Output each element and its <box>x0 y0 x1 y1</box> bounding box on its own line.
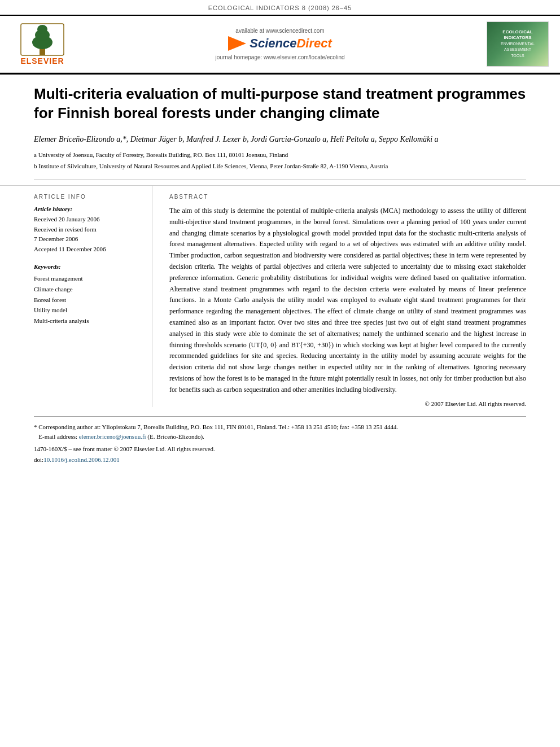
footer-corresponding-text: * Corresponding author at: Yliopistokatu… <box>34 423 398 430</box>
eco-logo-text: ECOLOGICALINDICATORSENVIRONMENTALASSESSM… <box>501 29 535 59</box>
article-info-col: ARTICLE INFO Article history: Received 2… <box>34 186 152 407</box>
elsevier-logo: ELSEVIER <box>11 23 73 65</box>
history-accepted: Accepted 11 December 2006 <box>34 244 141 255</box>
article-title: Multi-criteria evaluation of multi-purpo… <box>34 85 526 123</box>
article-history: Article history: Received 20 January 200… <box>34 206 141 254</box>
footer-doi-label: doi: <box>34 456 43 463</box>
keyword-2: Climate change <box>34 284 141 295</box>
affiliation-a: a University of Joensuu, Faculty of Fore… <box>34 150 526 160</box>
authors-text: Elemer Briceño-Elizondo a,*, Dietmar Jäg… <box>34 135 439 143</box>
available-at-text: available at www.sciencedirect.com <box>79 28 481 34</box>
keyword-3: Boreal forest <box>34 295 141 305</box>
keywords-title: Keywords: <box>34 263 141 270</box>
footer-doi-link[interactable]: 10.1016/j.ecolind.2006.12.001 <box>43 456 120 463</box>
footer-issn: 1470-160X/$ – see front matter © 2007 El… <box>34 444 526 455</box>
authors: Elemer Briceño-Elizondo a,*, Dietmar Jäg… <box>34 133 526 146</box>
footer-doi: doi:10.1016/j.ecolind.2006.12.001 <box>34 455 526 465</box>
section-divider <box>34 179 526 180</box>
history-title: Article history: <box>34 206 141 212</box>
affiliation-b: b Institute of Silviculture, University … <box>34 161 526 171</box>
keyword-4: Utility model <box>34 305 141 316</box>
history-received: Received 20 January 2006 <box>34 215 141 225</box>
history-revised-label: Received in revised form <box>34 225 141 235</box>
journal-title-line: ECOLOGICAL INDICATORS 8 (2008) 26–45 <box>208 5 352 11</box>
abstract-header: ABSTRACT <box>169 194 526 200</box>
keyword-1: Forest management <box>34 273 141 284</box>
header-center: available at www.sciencedirect.com Scien… <box>79 28 481 60</box>
footer-section: * Corresponding author at: Yliopistokatu… <box>34 416 526 477</box>
keywords-section: Keywords: Forest management Climate chan… <box>34 263 141 326</box>
keyword-5: Multi-criteria analysis <box>34 316 141 326</box>
page-container: ECOLOGICAL INDICATORS 8 (2008) 26–45 ELS… <box>0 0 560 477</box>
journal-homepage-text: journal homepage: www.elsevier.com/locat… <box>79 54 481 60</box>
footer-email-link[interactable]: elemer.briceno@joensuu.fi <box>79 433 146 440</box>
abstract-text: The aim of this study is determine the p… <box>169 206 526 396</box>
elsevier-brand-text: ELSEVIER <box>20 56 64 65</box>
header-strip: ELSEVIER available at www.sciencedirect.… <box>0 15 560 73</box>
copyright: © 2007 Elsevier Ltd. All rights reserved… <box>169 400 526 407</box>
history-revised-date: 7 December 2006 <box>34 234 141 244</box>
footer-corresponding: * Corresponding author at: Yliopistokatu… <box>34 422 526 433</box>
sciencedirect-arrow-icon <box>228 36 246 51</box>
article-info-header: ARTICLE INFO <box>34 194 141 200</box>
footer-email-label: E-mail address: <box>38 433 77 440</box>
journal-header: ECOLOGICAL INDICATORS 8 (2008) 26–45 <box>0 0 560 15</box>
svg-marker-5 <box>228 36 246 51</box>
footer-email-line: E-mail address: elemer.briceno@joensuu.f… <box>34 432 526 442</box>
sciencedirect-logo: ScienceDirect <box>79 36 481 51</box>
svg-point-3 <box>37 25 47 34</box>
title-section: Multi-criteria evaluation of multi-purpo… <box>0 73 560 179</box>
elsevier-tree-icon <box>20 23 65 56</box>
abstract-col: ABSTRACT The aim of this study is determ… <box>169 186 526 407</box>
eco-indicators-logo: ECOLOGICALINDICATORSENVIRONMENTALASSESSM… <box>487 21 549 67</box>
footer-email-note: (E. Briceño-Elizondo). <box>147 433 204 440</box>
two-col-section: ARTICLE INFO Article history: Received 2… <box>0 185 560 407</box>
sciencedirect-text: ScienceDirect <box>250 36 332 51</box>
